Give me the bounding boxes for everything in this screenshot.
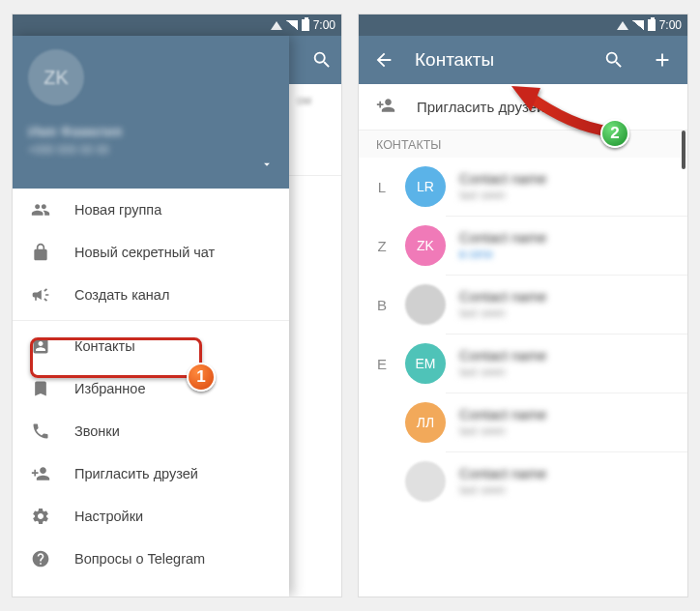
battery-icon <box>648 19 656 31</box>
contact-status: last seen <box>459 483 674 497</box>
background-chat: ом <box>289 36 341 596</box>
contact-row[interactable]: E EM Contact name last seen <box>359 335 687 393</box>
contacts-list[interactable]: L LR Contact name last seen Z ZK Contact… <box>359 158 687 510</box>
user-name: Имя Фамилия <box>28 123 274 139</box>
contact-avatar: EM <box>405 343 446 384</box>
contact-status: last seen <box>459 189 674 202</box>
status-time: 7:00 <box>313 18 335 32</box>
battery-icon <box>302 19 309 31</box>
contact-avatar: ZK <box>405 225 446 266</box>
contact-row[interactable]: Z ZK Contact name в сети <box>359 217 687 275</box>
contact-status: в сети <box>459 247 674 261</box>
gear-icon <box>30 506 51 527</box>
megaphone-icon <box>30 284 51 306</box>
drawer-item-label: Вопросы о Telegram <box>74 551 205 567</box>
signal-icon <box>632 20 644 30</box>
contact-avatar: LR <box>405 166 446 207</box>
contact-status: last seen <box>459 306 674 320</box>
contacts-section-label: КОНТАКТЫ <box>359 131 687 158</box>
back-button[interactable] <box>366 43 401 77</box>
drawer-item-faq[interactable]: Вопросы о Telegram <box>13 538 289 580</box>
contact-name: Contact name <box>459 348 674 364</box>
contact-row[interactable]: ЛЛ Contact name last seen <box>359 393 687 451</box>
status-bar: 7:00 <box>359 15 687 36</box>
drawer-item-settings[interactable]: Настройки <box>13 495 289 538</box>
drawer-item-new-channel[interactable]: Создать канал <box>13 274 289 316</box>
drawer-item-label: Избранное <box>74 381 145 396</box>
contact-row[interactable]: L LR Contact name last seen <box>359 158 687 216</box>
drawer-item-label: Новая группа <box>74 202 161 218</box>
search-button[interactable] <box>597 43 631 77</box>
drawer-item-contacts[interactable]: Контакты <box>13 325 289 367</box>
chevron-down-icon[interactable] <box>260 158 274 175</box>
help-icon <box>30 548 51 569</box>
scroll-indicator[interactable] <box>682 131 685 169</box>
index-letter: B <box>372 297 392 313</box>
drawer-item-calls[interactable]: Звонки <box>13 410 289 452</box>
page-title: Контакты <box>415 49 583 71</box>
contact-name: Contact name <box>459 171 674 187</box>
lock-icon <box>30 242 51 263</box>
right-phone-frame: 7:00 Контакты Пригласить друзей КОНТАКТЫ… <box>358 14 688 597</box>
contact-name: Contact name <box>459 466 674 481</box>
status-bar: 7:00 <box>13 15 341 36</box>
drawer-item-label: Звонки <box>74 423 120 439</box>
contact-status: last seen <box>459 424 674 438</box>
invite-label: Пригласить друзей <box>417 99 544 115</box>
app-bar: Контакты <box>359 36 687 84</box>
drawer-item-new-group[interactable]: Новая группа <box>13 189 289 231</box>
contact-avatar: ЛЛ <box>405 402 446 443</box>
annotation-badge-2: 2 <box>600 119 629 148</box>
bookmark-icon <box>30 378 51 399</box>
annotation-badge-1: 1 <box>187 363 216 392</box>
invite-friends-row[interactable]: Пригласить друзей <box>359 84 687 131</box>
contact-name: Contact name <box>459 289 674 305</box>
contact-icon <box>30 335 51 357</box>
drawer-item-label: Пригласить друзей <box>74 466 198 481</box>
drawer-list: Новая группа Новый секретный чат Создать… <box>13 189 289 580</box>
contact-row[interactable]: Contact name last seen <box>359 452 687 510</box>
user-avatar[interactable]: ZK <box>28 49 84 105</box>
drawer-item-label: Новый секретный чат <box>74 245 215 260</box>
drawer-item-saved[interactable]: Избранное <box>13 367 289 410</box>
status-time: 7:00 <box>659 18 682 32</box>
group-icon <box>30 199 51 220</box>
drawer-item-secret-chat[interactable]: Новый секретный чат <box>13 231 289 274</box>
index-letter: Z <box>372 238 392 254</box>
wifi-icon <box>271 21 282 30</box>
left-phone-frame: 7:00 ом ZK Имя Фамилия +000 000 00 00 Но… <box>12 14 342 597</box>
divider <box>13 320 289 321</box>
add-person-icon <box>376 96 395 118</box>
contact-row[interactable]: B Contact name last seen <box>359 276 687 334</box>
drawer-header[interactable]: ZK Имя Фамилия +000 000 00 00 <box>13 36 289 189</box>
add-person-icon <box>30 463 51 484</box>
drawer-item-label: Создать канал <box>74 287 169 303</box>
phone-icon <box>30 421 51 442</box>
drawer-item-invite[interactable]: Пригласить друзей <box>13 452 289 495</box>
index-letter: L <box>372 179 392 195</box>
navigation-drawer: ZK Имя Фамилия +000 000 00 00 Новая груп… <box>13 36 289 596</box>
contact-name: Contact name <box>459 230 674 246</box>
contact-avatar <box>405 284 446 325</box>
drawer-item-label: Контакты <box>74 338 135 354</box>
drawer-item-label: Настройки <box>74 509 143 524</box>
user-phone: +000 000 00 00 <box>28 143 274 157</box>
signal-icon <box>286 20 298 30</box>
contact-name: Contact name <box>459 407 674 422</box>
contact-avatar <box>405 461 446 502</box>
bg-text: ом <box>289 84 341 117</box>
index-letter: E <box>372 356 392 372</box>
search-icon[interactable] <box>310 43 334 77</box>
contact-status: last seen <box>459 365 674 379</box>
add-button[interactable] <box>645 43 680 77</box>
wifi-icon <box>617 21 628 30</box>
